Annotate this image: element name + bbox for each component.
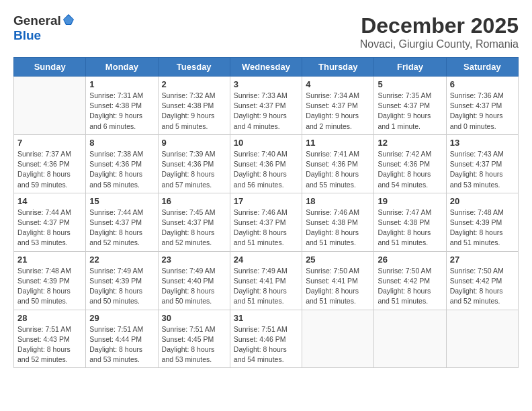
- day-info: Sunrise: 7:36 AMSunset: 4:37 PMDaylight:…: [450, 91, 515, 132]
- day-info: Sunrise: 7:51 AMSunset: 4:43 PMDaylight:…: [17, 324, 82, 365]
- calendar-cell: 2Sunrise: 7:32 AMSunset: 4:38 PMDaylight…: [158, 77, 230, 135]
- day-info: Sunrise: 7:48 AMSunset: 4:39 PMDaylight:…: [450, 208, 515, 248]
- day-number: 9: [162, 138, 226, 148]
- day-info: Sunrise: 7:46 AMSunset: 4:37 PMDaylight:…: [234, 208, 298, 248]
- calendar-header-row: SundayMondayTuesdayWednesdayThursdayFrid…: [14, 58, 519, 77]
- day-number: 18: [306, 196, 370, 206]
- day-number: 29: [89, 313, 154, 323]
- day-info: Sunrise: 7:48 AMSunset: 4:39 PMDaylight:…: [17, 266, 82, 307]
- calendar-cell: 9Sunrise: 7:39 AMSunset: 4:36 PMDaylight…: [158, 134, 230, 193]
- day-number: 13: [450, 138, 515, 148]
- calendar-week-row: 7Sunrise: 7:37 AMSunset: 4:36 PMDaylight…: [14, 134, 519, 193]
- calendar-cell: 11Sunrise: 7:41 AMSunset: 4:36 PMDayligh…: [302, 134, 374, 193]
- calendar-table: SundayMondayTuesdayWednesdayThursdayFrid…: [13, 57, 519, 368]
- day-info: Sunrise: 7:45 AMSunset: 4:37 PMDaylight:…: [162, 208, 226, 248]
- day-info: Sunrise: 7:51 AMSunset: 4:46 PMDaylight:…: [234, 324, 298, 365]
- calendar-week-row: 28Sunrise: 7:51 AMSunset: 4:43 PMDayligh…: [14, 310, 519, 368]
- calendar-col-header: Friday: [374, 58, 446, 77]
- calendar-cell: 12Sunrise: 7:42 AMSunset: 4:36 PMDayligh…: [374, 134, 446, 193]
- calendar-cell: 17Sunrise: 7:46 AMSunset: 4:37 PMDayligh…: [230, 193, 302, 251]
- day-number: 31: [234, 313, 298, 323]
- day-number: 23: [162, 255, 226, 265]
- day-info: Sunrise: 7:43 AMSunset: 4:37 PMDaylight:…: [450, 149, 515, 190]
- day-number: 5: [378, 79, 442, 89]
- day-number: 16: [162, 196, 226, 206]
- calendar-cell: [446, 310, 518, 368]
- day-info: Sunrise: 7:34 AMSunset: 4:37 PMDaylight:…: [306, 91, 370, 132]
- day-info: Sunrise: 7:31 AMSunset: 4:38 PMDaylight:…: [89, 91, 154, 132]
- calendar-cell: 4Sunrise: 7:34 AMSunset: 4:37 PMDaylight…: [302, 77, 374, 135]
- calendar-cell: 6Sunrise: 7:36 AMSunset: 4:37 PMDaylight…: [446, 77, 518, 135]
- calendar-cell: 15Sunrise: 7:44 AMSunset: 4:37 PMDayligh…: [86, 193, 158, 251]
- day-info: Sunrise: 7:51 AMSunset: 4:44 PMDaylight:…: [89, 324, 154, 365]
- calendar-cell: 7Sunrise: 7:37 AMSunset: 4:36 PMDaylight…: [14, 134, 86, 193]
- day-info: Sunrise: 7:44 AMSunset: 4:37 PMDaylight:…: [17, 208, 82, 248]
- month-title: December 2025: [360, 13, 519, 38]
- calendar-week-row: 21Sunrise: 7:48 AMSunset: 4:39 PMDayligh…: [14, 251, 519, 310]
- calendar-cell: 16Sunrise: 7:45 AMSunset: 4:37 PMDayligh…: [158, 193, 230, 251]
- day-info: Sunrise: 7:47 AMSunset: 4:38 PMDaylight:…: [378, 208, 442, 248]
- calendar-cell: 28Sunrise: 7:51 AMSunset: 4:43 PMDayligh…: [14, 310, 86, 368]
- calendar-cell: 21Sunrise: 7:48 AMSunset: 4:39 PMDayligh…: [14, 251, 86, 310]
- day-number: 1: [89, 79, 154, 89]
- calendar-cell: 27Sunrise: 7:50 AMSunset: 4:42 PMDayligh…: [446, 251, 518, 310]
- day-number: 19: [378, 196, 442, 206]
- calendar-cell: 24Sunrise: 7:49 AMSunset: 4:41 PMDayligh…: [230, 251, 302, 310]
- calendar-cell: 25Sunrise: 7:50 AMSunset: 4:41 PMDayligh…: [302, 251, 374, 310]
- day-info: Sunrise: 7:38 AMSunset: 4:36 PMDaylight:…: [89, 149, 154, 190]
- day-info: Sunrise: 7:49 AMSunset: 4:39 PMDaylight:…: [89, 266, 154, 307]
- title-block: December 2025 Novaci, Giurgiu County, Ro…: [360, 13, 519, 50]
- day-info: Sunrise: 7:50 AMSunset: 4:42 PMDaylight:…: [378, 266, 442, 307]
- logo: General Blue: [13, 13, 75, 43]
- day-number: 8: [89, 138, 154, 148]
- calendar-cell: 8Sunrise: 7:38 AMSunset: 4:36 PMDaylight…: [86, 134, 158, 193]
- calendar-cell: 3Sunrise: 7:33 AMSunset: 4:37 PMDaylight…: [230, 77, 302, 135]
- day-info: Sunrise: 7:39 AMSunset: 4:36 PMDaylight:…: [162, 149, 226, 190]
- day-info: Sunrise: 7:42 AMSunset: 4:36 PMDaylight:…: [378, 149, 442, 190]
- day-number: 17: [234, 196, 298, 206]
- location-subtitle: Novaci, Giurgiu County, Romania: [360, 38, 519, 50]
- calendar-cell: 13Sunrise: 7:43 AMSunset: 4:37 PMDayligh…: [446, 134, 518, 193]
- calendar-cell: 29Sunrise: 7:51 AMSunset: 4:44 PMDayligh…: [86, 310, 158, 368]
- calendar-cell: 31Sunrise: 7:51 AMSunset: 4:46 PMDayligh…: [230, 310, 302, 368]
- calendar-cell: 5Sunrise: 7:35 AMSunset: 4:37 PMDaylight…: [374, 77, 446, 135]
- calendar-cell: 10Sunrise: 7:40 AMSunset: 4:36 PMDayligh…: [230, 134, 302, 193]
- day-number: 27: [450, 255, 515, 265]
- day-info: Sunrise: 7:32 AMSunset: 4:38 PMDaylight:…: [162, 91, 226, 132]
- day-number: 7: [17, 138, 82, 148]
- logo-general: General: [13, 13, 61, 28]
- day-info: Sunrise: 7:41 AMSunset: 4:36 PMDaylight:…: [306, 149, 370, 190]
- day-info: Sunrise: 7:49 AMSunset: 4:41 PMDaylight:…: [234, 266, 298, 307]
- day-number: 28: [17, 313, 82, 323]
- day-number: 2: [162, 79, 226, 89]
- calendar-col-header: Tuesday: [158, 58, 230, 77]
- logo-icon: [62, 13, 75, 26]
- day-info: Sunrise: 7:46 AMSunset: 4:38 PMDaylight:…: [306, 208, 370, 248]
- calendar-cell: 19Sunrise: 7:47 AMSunset: 4:38 PMDayligh…: [374, 193, 446, 251]
- calendar-cell: 23Sunrise: 7:49 AMSunset: 4:40 PMDayligh…: [158, 251, 230, 310]
- calendar-cell: 20Sunrise: 7:48 AMSunset: 4:39 PMDayligh…: [446, 193, 518, 251]
- day-info: Sunrise: 7:44 AMSunset: 4:37 PMDaylight:…: [89, 208, 154, 248]
- page-header: General Blue December 2025 Novaci, Giurg…: [13, 13, 519, 50]
- calendar-cell: [14, 77, 86, 135]
- logo-blue: Blue: [13, 28, 41, 42]
- day-info: Sunrise: 7:33 AMSunset: 4:37 PMDaylight:…: [234, 91, 298, 132]
- day-info: Sunrise: 7:50 AMSunset: 4:41 PMDaylight:…: [306, 266, 370, 307]
- day-number: 6: [450, 79, 515, 89]
- calendar-cell: 30Sunrise: 7:51 AMSunset: 4:45 PMDayligh…: [158, 310, 230, 368]
- calendar-cell: 18Sunrise: 7:46 AMSunset: 4:38 PMDayligh…: [302, 193, 374, 251]
- calendar-cell: 26Sunrise: 7:50 AMSunset: 4:42 PMDayligh…: [374, 251, 446, 310]
- calendar-cell: 14Sunrise: 7:44 AMSunset: 4:37 PMDayligh…: [14, 193, 86, 251]
- day-number: 30: [162, 313, 226, 323]
- day-info: Sunrise: 7:40 AMSunset: 4:36 PMDaylight:…: [234, 149, 298, 190]
- day-number: 24: [234, 255, 298, 265]
- calendar-col-header: Thursday: [302, 58, 374, 77]
- calendar-week-row: 14Sunrise: 7:44 AMSunset: 4:37 PMDayligh…: [14, 193, 519, 251]
- calendar-col-header: Sunday: [14, 58, 86, 77]
- calendar-cell: 22Sunrise: 7:49 AMSunset: 4:39 PMDayligh…: [86, 251, 158, 310]
- day-number: 22: [89, 255, 154, 265]
- day-number: 3: [234, 79, 298, 89]
- day-number: 20: [450, 196, 515, 206]
- day-info: Sunrise: 7:51 AMSunset: 4:45 PMDaylight:…: [162, 324, 226, 365]
- day-number: 25: [306, 255, 370, 265]
